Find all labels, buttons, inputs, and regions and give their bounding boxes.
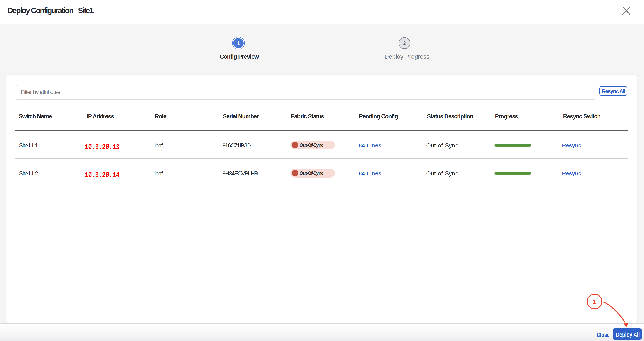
svg-text:1: 1 bbox=[593, 298, 596, 305]
